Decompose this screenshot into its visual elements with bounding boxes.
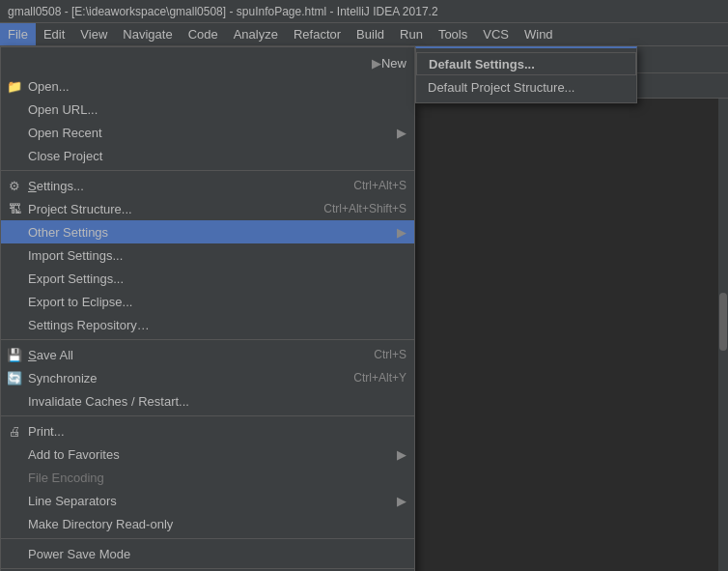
menu-item-print[interactable]: 🖨 Print... [1,419,414,443]
submenu-item-default-settings[interactable]: Default Settings... [416,52,636,75]
menu-code[interactable]: Code [181,23,226,45]
menu-analyze[interactable]: Analyze [226,23,286,45]
menu-item-settings[interactable]: ⚙ Settings... Ctrl+Alt+S [1,174,414,197]
menu-file[interactable]: File [0,23,36,45]
separator-4 [1,538,414,539]
menu-navigate[interactable]: Navigate [115,23,180,45]
print-icon: 🖨 [7,423,22,439]
menu-run[interactable]: Run [392,23,431,45]
menu-item-project-structure[interactable]: 🏗 Project Structure... Ctrl+Alt+Shift+S [1,197,414,220]
menu-wind[interactable]: Wind [517,23,561,45]
sync-icon: 🔄 [7,370,22,385]
menu-item-new[interactable]: ▶ New [1,51,414,74]
submenu-item-default-project-structure[interactable]: Default Project Structure... [416,75,636,99]
menu-vcs[interactable]: VCS [475,23,517,45]
menu-item-power-save[interactable]: Power Save Mode [1,542,414,565]
menu-item-export-settings[interactable]: Export Settings... [1,267,414,290]
structure-icon: 🏗 [7,201,22,216]
menu-item-close-project[interactable]: Close Project [1,144,414,167]
menu-item-open[interactable]: 📁 Open... [1,74,414,98]
separator-2 [1,339,414,340]
vertical-scrollbar[interactable] [718,99,728,571]
menu-item-other-settings[interactable]: Other Settings ▶ [1,220,414,243]
separator-5 [1,568,414,569]
menu-item-file-encoding: File Encoding [1,466,414,489]
other-settings-submenu: Default Settings... Default Project Stru… [415,46,637,103]
menu-view[interactable]: View [72,23,115,45]
scrollbar-thumb[interactable] [719,293,727,351]
menu-item-export-eclipse[interactable]: Export to Eclipse... [1,290,414,313]
separator-1 [1,170,414,171]
menu-item-import-settings[interactable]: Import Settings... [1,243,414,267]
title-bar: gmall0508 - [E:\ideaworkspace\gmall0508]… [0,0,728,23]
title-text: gmall0508 - [E:\ideaworkspace\gmall0508]… [8,5,438,18]
menu-item-open-url[interactable]: Open URL... [1,98,414,121]
menu-item-line-separators[interactable]: Line Separators ▶ [1,489,414,512]
menu-item-save-all[interactable]: 💾 Save All Ctrl+S [1,343,414,366]
separator-3 [1,415,414,416]
file-dropdown-menu: ▶ New 📁 Open... Open URL... Open Recent … [0,46,415,571]
save-icon: 💾 [7,347,22,362]
menu-item-make-readonly[interactable]: Make Directory Read-only [1,512,414,535]
menu-item-synchronize[interactable]: 🔄 Synchronize Ctrl+Alt+Y [1,366,414,389]
menu-item-add-favorites[interactable]: Add to Favorites ▶ [1,443,414,466]
menu-item-settings-repo[interactable]: Settings Repository… [1,313,414,336]
menu-item-invalidate[interactable]: Invalidate Caches / Restart... [1,389,414,413]
menu-tools[interactable]: Tools [431,23,475,45]
folder-icon: 📁 [7,78,22,94]
menu-bar: File Edit View Navigate Code Analyze Ref… [0,23,728,46]
menu-edit[interactable]: Edit [36,23,72,45]
default-project-structure-label: Default Project Structure... [428,80,574,95]
menu-refactor[interactable]: Refactor [286,23,349,45]
menu-build[interactable]: Build [349,23,392,45]
settings-icon: ⚙ [7,178,22,193]
default-settings-label: Default Settings... [429,57,535,71]
menu-item-open-recent[interactable]: Open Recent ▶ [1,121,414,144]
